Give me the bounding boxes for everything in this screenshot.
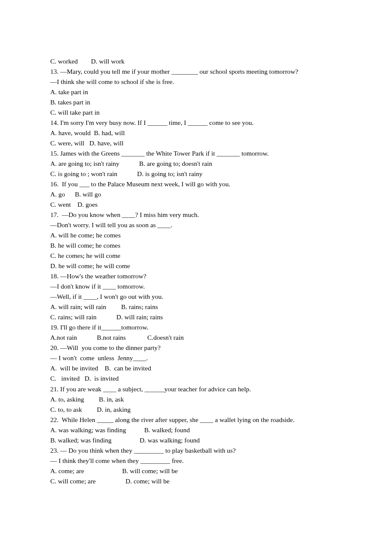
- text-line: A. take part in: [50, 87, 343, 97]
- text-line: C. he comes; he will come: [50, 251, 343, 261]
- text-line: 13. —Mary, could you tell me if your mot…: [50, 66, 343, 77]
- text-line: 17. —Do you know when ____? I miss him v…: [50, 210, 343, 220]
- text-line: C. is going to ; won't rain D. is going …: [50, 169, 343, 179]
- text-line: A. will be invited B. can be invited: [50, 363, 343, 373]
- text-line: C. will come; are D. come; will be: [50, 476, 343, 486]
- text-line: A. will rain; will rain B. rains; rains: [50, 302, 343, 312]
- text-line: 21. If you are weak ____ a subject, ____…: [50, 384, 343, 394]
- text-line: C. worked D. will work: [50, 56, 343, 66]
- text-line: A. are going to; isn't rainy B. are goin…: [50, 159, 343, 169]
- page-content: C. worked D. will work 13. —Mary, could …: [50, 56, 343, 486]
- text-line: C. were, will D. have, will: [50, 138, 343, 148]
- text-line: A. was walking; was finding B. walked; f…: [50, 425, 343, 435]
- text-line: A. come; are B. will come; will be: [50, 466, 343, 476]
- text-line: A.not rain B.not rains C.doesn't rain: [50, 332, 343, 343]
- text-line: A. will he come; he comes: [50, 230, 343, 240]
- text-line: 14. I'm sorry I'm very busy now. If I __…: [50, 118, 343, 128]
- text-line: —I think she will come to school if she …: [50, 77, 343, 87]
- text-line: C. went D. goes: [50, 199, 343, 210]
- text-line: A. go B. will go: [50, 189, 343, 199]
- text-line: B. takes part in: [50, 97, 343, 107]
- text-line: 22. While Helen _____ along the river af…: [50, 415, 343, 425]
- text-line: 18. —How's the weather tomorrow?: [50, 271, 343, 281]
- text-line: C. invited D. is invited: [50, 373, 343, 384]
- text-line: 20. —Will you come to the dinner party?: [50, 343, 343, 353]
- text-line: —Well, if it ____, I won't go out with y…: [50, 292, 343, 302]
- text-line: A. to, asking B. in, ask: [50, 394, 343, 405]
- text-line: B. he will come; he comes: [50, 240, 343, 251]
- text-line: 23. — Do you think when they _________ t…: [50, 445, 343, 456]
- text-line: 19. I'll go there if it______tomorrow.: [50, 322, 343, 332]
- text-line: C. rains; will rain D. will rain; rains: [50, 312, 343, 322]
- text-line: A. have, would B. had, will: [50, 128, 343, 138]
- text-line: —Don't worry. I will tell you as soon as…: [50, 220, 343, 230]
- text-line: C. will take part in: [50, 107, 343, 118]
- text-line: —I don't know if it ____ tomorrow.: [50, 281, 343, 292]
- text-line: — I won't come unless Jenny____.: [50, 353, 343, 363]
- text-line: D. he will come; he will come: [50, 261, 343, 271]
- text-line: 15. James with the Greens _______ the Wh…: [50, 148, 343, 159]
- text-line: — I think they'll come when they _______…: [50, 456, 343, 466]
- text-line: C. to, to ask D. in, asking: [50, 405, 343, 415]
- text-line: B. walked; was finding D. was walking; f…: [50, 435, 343, 445]
- text-line: 16. If you ___ to the Palace Museum next…: [50, 179, 343, 189]
